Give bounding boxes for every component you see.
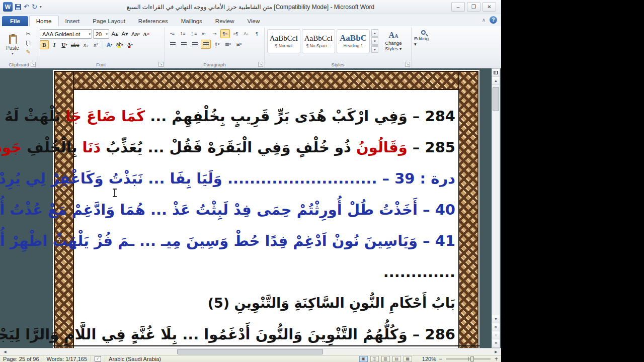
- italic-button[interactable]: I: [50, 40, 59, 49]
- format-painter-button[interactable]: ✎: [24, 48, 33, 56]
- paste-dropdown-icon[interactable]: ▾: [12, 52, 14, 56]
- subscript-button[interactable]: x₂: [82, 40, 91, 49]
- copy-button[interactable]: [24, 39, 33, 47]
- rtl-direction-button[interactable]: ¶«: [220, 29, 230, 38]
- font-name-combo[interactable]: AAA GoldenLot ▾: [40, 29, 92, 39]
- tab-review[interactable]: Review: [209, 16, 241, 26]
- line-spacing-button[interactable]: ⇕▾: [212, 40, 222, 49]
- paste-button[interactable]: Paste ▾: [4, 28, 22, 60]
- style-heading-1[interactable]: AaBbC Heading 1: [337, 29, 370, 53]
- page-indicator[interactable]: Page: 25 of 96: [3, 356, 39, 362]
- full-screen-reading-view-button[interactable]: ◫: [370, 356, 379, 362]
- maximize-button[interactable]: ❐: [467, 2, 480, 12]
- save-icon[interactable]: [15, 4, 21, 10]
- align-left-button[interactable]: [168, 40, 178, 49]
- text-effects-button[interactable]: A▾: [105, 40, 114, 49]
- vertical-scrollbar[interactable]: ▲ ▼ » ○ »: [492, 68, 500, 348]
- font-dialog-launcher[interactable]: ↘: [158, 62, 164, 67]
- grow-font-button[interactable]: A▴: [110, 30, 119, 39]
- text-run: درة : 39 – ........................... و…: [0, 170, 455, 187]
- language-indicator[interactable]: Arabic (Saudi Arabia): [109, 356, 161, 362]
- close-button[interactable]: ✕: [482, 2, 496, 12]
- shading-button[interactable]: ▦▾: [223, 40, 233, 49]
- outline-view-button[interactable]: ▤: [392, 356, 401, 362]
- page-border-right: [458, 71, 478, 348]
- underline-button[interactable]: U▾: [60, 40, 69, 49]
- horizontal-scrollbar-thumb[interactable]: [177, 349, 323, 354]
- clipboard-dialog-launcher[interactable]: ↘: [31, 62, 36, 67]
- align-right-button[interactable]: [190, 40, 200, 49]
- page[interactable]: 284 – وَفِي ارْكَبْ هُدَى بَرٍّ قَرِيبٍ …: [53, 70, 479, 348]
- clear-formatting-button[interactable]: A✕: [142, 30, 151, 39]
- paragraph-dialog-launcher[interactable]: ↘: [258, 62, 263, 67]
- ltr-direction-button[interactable]: »¶: [231, 29, 240, 38]
- document-area: 284 – وَفِي ارْكَبْ هُدَى بَرٍّ قَرِيبٍ …: [0, 68, 501, 348]
- tab-mailings[interactable]: Mailings: [175, 16, 209, 26]
- previous-page-button[interactable]: »: [492, 323, 500, 331]
- numbering-button[interactable]: 1≡: [178, 29, 188, 38]
- styles-gallery-up-icon[interactable]: ▴: [371, 29, 378, 37]
- change-case-button[interactable]: Aa▾: [130, 30, 141, 39]
- decrease-indent-button[interactable]: ⇤: [199, 29, 209, 38]
- next-page-button[interactable]: »: [492, 339, 500, 347]
- scroll-left-button[interactable]: ◀: [1, 349, 9, 355]
- style-no-spacing[interactable]: AaBbCcI ¶ No Spaci...: [302, 29, 335, 53]
- word-app-icon[interactable]: W: [3, 2, 13, 12]
- tab-references[interactable]: References: [132, 16, 175, 26]
- zoom-in-button[interactable]: +: [495, 356, 498, 361]
- horizontal-scrollbar[interactable]: ◀ ▶: [0, 348, 501, 355]
- font-color-button[interactable]: A▾: [125, 40, 134, 49]
- tab-insert[interactable]: Insert: [59, 16, 87, 26]
- sort-button[interactable]: A↓: [242, 29, 251, 38]
- tab-view[interactable]: View: [241, 16, 267, 26]
- styles-dialog-launcher[interactable]: ↘: [405, 62, 410, 67]
- tab-home[interactable]: Home: [29, 16, 59, 26]
- cut-button[interactable]: ✂: [24, 30, 33, 38]
- styles-gallery-down-icon[interactable]: ▾: [371, 37, 378, 45]
- scrollbar-thumb[interactable]: [493, 87, 499, 111]
- minimize-ribbon-icon[interactable]: ∧: [482, 17, 486, 23]
- proofing-status-icon[interactable]: ✓: [95, 356, 101, 361]
- borders-button[interactable]: ⊞▾: [234, 40, 244, 49]
- tab-file[interactable]: File: [2, 16, 28, 26]
- draft-view-button[interactable]: ▦: [404, 356, 412, 362]
- show-formatting-marks-button[interactable]: ¶: [252, 29, 262, 38]
- font-size-combo[interactable]: 20 ▾: [93, 29, 109, 39]
- increase-indent-button[interactable]: ⇥: [210, 29, 219, 38]
- zoom-slider-thumb[interactable]: [470, 356, 474, 362]
- web-layout-view-button[interactable]: ▥: [381, 356, 390, 362]
- editing-group[interactable]: Editing ▾: [412, 27, 435, 68]
- view-ruler-button[interactable]: [492, 69, 500, 77]
- minimize-button[interactable]: –: [451, 2, 465, 12]
- select-browse-object-button[interactable]: ○: [492, 331, 500, 339]
- zoom-out-button[interactable]: −: [439, 356, 442, 361]
- scroll-right-button[interactable]: ▶: [492, 349, 500, 355]
- text-run: 40 – أَخَذْتُ طُلْ أُورِثْتُمْ حِمَى فِد…: [0, 201, 455, 218]
- text-highlight-button[interactable]: ab▾: [115, 40, 125, 49]
- word-count[interactable]: Words: 1/17,165: [47, 356, 88, 362]
- document-text[interactable]: 284 – وَفِي ارْكَبْ هُدَى بَرٍّ قَرِيبٍ …: [77, 101, 455, 348]
- zoom-slider[interactable]: [446, 358, 491, 359]
- qat-customize-icon[interactable]: ▾: [40, 5, 42, 9]
- redo-icon[interactable]: ↻: [32, 4, 37, 10]
- tab-page-layout[interactable]: Page Layout: [86, 16, 132, 26]
- zoom-level[interactable]: 120%: [422, 356, 436, 362]
- bullets-button[interactable]: •≡: [168, 29, 177, 38]
- change-styles-button[interactable]: AA Change Styles ▾: [380, 29, 407, 52]
- superscript-button[interactable]: x²: [92, 40, 101, 49]
- align-center-button[interactable]: [179, 40, 189, 49]
- bold-button[interactable]: B: [40, 40, 49, 49]
- scroll-down-button[interactable]: ▼: [492, 315, 500, 323]
- print-layout-view-button[interactable]: ▣: [359, 356, 368, 362]
- undo-icon[interactable]: ↶: [24, 4, 29, 10]
- styles-gallery-more-icon[interactable]: ▾: [371, 45, 378, 53]
- multilevel-list-button[interactable]: ⋮≡: [189, 29, 198, 38]
- scroll-up-button[interactable]: ▲: [492, 77, 500, 85]
- style-normal[interactable]: AaBbCcI ¶ Normal: [267, 29, 300, 53]
- find-icon: [421, 30, 426, 35]
- strikethrough-button[interactable]: abe: [70, 40, 80, 49]
- justify-button[interactable]: [201, 40, 211, 49]
- shrink-font-button[interactable]: A▾: [120, 30, 129, 39]
- align-center-icon: [181, 42, 187, 47]
- help-icon[interactable]: ?: [490, 16, 497, 24]
